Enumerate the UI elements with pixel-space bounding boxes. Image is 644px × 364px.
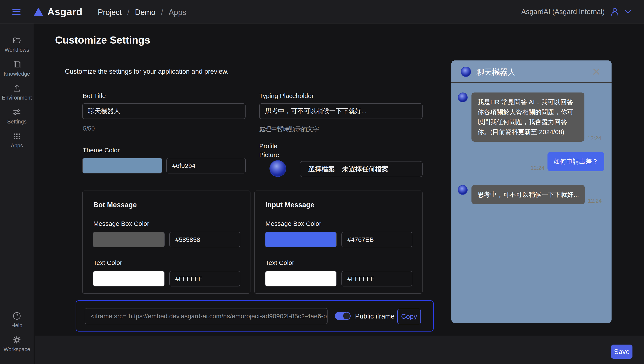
help-icon (12, 311, 21, 320)
profile-picture-label: Profile Picture (259, 142, 287, 159)
bottom-bar: Save (34, 335, 644, 364)
chat-preview-header: 聊天機器人 (452, 61, 612, 83)
book-icon (12, 60, 21, 69)
bot-title-counter: 5/50 (83, 125, 95, 132)
typing-placeholder-label: Typing Placeholder (259, 92, 314, 100)
breadcrumb-apps[interactable]: Apps (169, 8, 186, 17)
bot-avatar (461, 67, 471, 77)
app-root: Asgard Project / Demo / Apps AsgardAI (A… (0, 0, 644, 364)
input-message-title: Input Message (266, 201, 314, 209)
upload-icon (12, 84, 21, 93)
account-label: AsgardAI (Asgard Internal) (521, 8, 605, 16)
topbar: Asgard Project / Demo / Apps AsgardAI (A… (0, 0, 644, 24)
chat-messages: 我是HR 常見問答 AI，我可以回答你各項關於人資相關的問題，你可以問我任何問題… (452, 83, 612, 204)
iframe-code-input[interactable]: <iframe src="https://embed.dev.asgard-ai… (85, 308, 328, 324)
sidebar-item-environment[interactable]: Environment (0, 84, 34, 101)
bot-message-card: Bot Message Message Box Color Text Color (82, 191, 250, 294)
gear-icon (12, 335, 21, 344)
chat-message-bot: 思考中，可不可以稍候一下下就好... 12:24 (458, 185, 604, 204)
typing-placeholder-input[interactable] (259, 103, 422, 119)
typing-placeholder-helper: 處理中暫時顯示的文字 (259, 125, 319, 133)
sidebar: Workflows Knowledge Environment (0, 24, 34, 364)
copy-button[interactable]: Copy (398, 309, 421, 324)
chat-preview-panel: 聊天機器人 我是HR 常見問答 AI，我可以回答你各項關於人資相關的問題，你可以… (452, 61, 612, 323)
folder-icon (12, 36, 21, 45)
bot-message-bubble: 思考中，可不可以稍候一下下就好... (472, 185, 585, 204)
sidebar-item-knowledge[interactable]: Knowledge (0, 60, 34, 77)
sidebar-item-workspace[interactable]: Workspace (0, 335, 34, 352)
message-timestamp: 12:24 (588, 198, 602, 204)
toggle-knob (343, 312, 350, 319)
input-message-text-color-swatch[interactable] (265, 271, 337, 286)
grid-apps-icon (12, 132, 21, 141)
bot-avatar (458, 185, 468, 195)
bot-message-title: Bot Message (93, 201, 137, 209)
input-message-box-color-hex-input[interactable] (342, 232, 412, 247)
file-status: 未選擇任何檔案 (342, 165, 388, 174)
breadcrumb-separator: / (127, 8, 130, 17)
sidebar-item-label: Workflows (5, 47, 29, 53)
theme-color-label: Theme Color (83, 147, 120, 154)
page-title: Customize Settings (55, 34, 150, 46)
bot-message-box-color-label: Message Box Color (93, 220, 149, 227)
input-message-text-color-label: Text Color (266, 259, 294, 266)
bot-avatar (458, 93, 468, 102)
sidebar-item-label: Workspace (4, 346, 30, 352)
bot-message-text-color-swatch[interactable] (93, 271, 165, 286)
breadcrumb-project[interactable]: Project (98, 8, 122, 17)
profile-picture-avatar (270, 160, 286, 177)
embed-section: <iframe src="https://embed.dev.asgard-ai… (76, 300, 434, 331)
logo-text: Asgard (48, 6, 82, 18)
chat-message-bot: 我是HR 常見問答 AI，我可以回答你各項關於人資相關的問題，你可以問我任何問題… (458, 93, 604, 142)
user-message-bubble: 如何申請出差？ (548, 152, 604, 171)
message-timestamp: 12:24 (530, 165, 544, 171)
save-button[interactable]: Save (611, 344, 632, 359)
close-icon[interactable] (592, 67, 600, 76)
chat-message-user: 12:24 如何申請出差？ (458, 152, 604, 171)
profile-picture-file-input[interactable]: 選擇檔案 未選擇任何檔案 (300, 161, 422, 177)
theme-color-hex-input[interactable] (166, 158, 246, 173)
sidebar-item-label: Knowledge (4, 71, 30, 77)
bot-title-label: Bot Title (83, 92, 106, 100)
input-message-text-color-hex-input[interactable] (342, 271, 412, 286)
message-timestamp: 12:24 (588, 135, 601, 142)
account-menu[interactable]: AsgardAI (Asgard Internal) (521, 0, 631, 24)
sidebar-item-label: Help (11, 322, 22, 328)
input-message-box-color-swatch[interactable] (265, 232, 337, 247)
menu-icon[interactable] (12, 7, 21, 17)
input-message-box-color-label: Message Box Color (266, 220, 321, 227)
sidebar-item-help[interactable]: Help (0, 311, 34, 328)
sliders-icon (12, 108, 21, 117)
chevron-down-icon[interactable] (625, 10, 631, 14)
sidebar-item-workflows[interactable]: Workflows (0, 36, 34, 53)
bot-message-text-color-label: Text Color (93, 259, 122, 266)
user-icon[interactable] (610, 7, 619, 16)
bot-message-text-color-hex-input[interactable] (169, 271, 240, 286)
bot-title-input[interactable] (82, 103, 246, 119)
bot-message-box-color-hex-input[interactable] (169, 232, 240, 247)
sidebar-item-settings[interactable]: Settings (0, 108, 34, 125)
sidebar-item-label: Environment (2, 95, 32, 101)
breadcrumb-demo[interactable]: Demo (135, 8, 156, 17)
public-iframe-toggle[interactable] (335, 312, 350, 320)
breadcrumb: Project / Demo / Apps (98, 8, 186, 17)
chat-title: 聊天機器人 (476, 67, 516, 78)
logo-triangle-icon (34, 8, 43, 16)
breadcrumb-separator: / (161, 8, 163, 17)
bot-message-box-color-swatch[interactable] (93, 232, 165, 247)
sidebar-item-apps[interactable]: Apps (0, 132, 34, 149)
page-description: Customize the settings for your applicat… (65, 68, 229, 75)
sidebar-item-label: Apps (11, 143, 23, 149)
sidebar-item-label: Settings (7, 119, 26, 125)
input-message-card: Input Message Message Box Color Text Col… (254, 191, 422, 294)
public-iframe-label: Public iframe (355, 312, 394, 320)
theme-color-swatch[interactable] (82, 158, 162, 173)
bot-message-bubble: 我是HR 常見問答 AI，我可以回答你各項關於人資相關的問題，你可以問我任何問題… (472, 93, 584, 142)
choose-file-button[interactable]: 選擇檔案 (308, 165, 335, 174)
